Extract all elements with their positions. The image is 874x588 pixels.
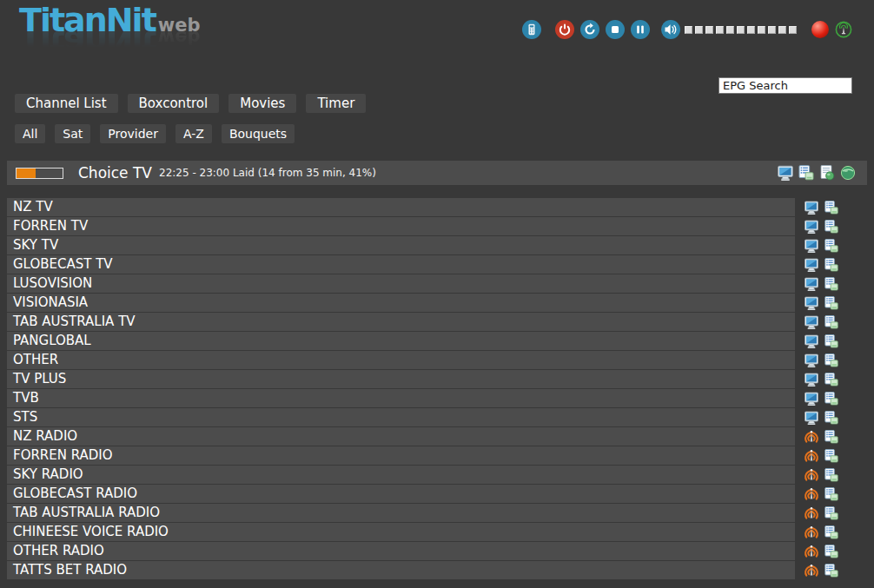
stop-icon[interactable]: [606, 20, 625, 39]
epg-search-input[interactable]: [718, 77, 852, 94]
tv-monitor-icon[interactable]: [777, 164, 794, 182]
channel-row-bar[interactable]: TV PLUS: [7, 370, 795, 388]
epg-list-icon[interactable]: [824, 200, 839, 215]
radio-broadcast-icon[interactable]: [804, 544, 819, 559]
filter-bouquets[interactable]: Bouquets: [222, 124, 295, 143]
volume-segment[interactable]: [747, 26, 755, 34]
tv-monitor-icon[interactable]: [804, 257, 819, 273]
epg-list-icon[interactable]: [824, 467, 839, 483]
channel-row-bar[interactable]: STS: [7, 408, 795, 426]
tv-monitor-icon[interactable]: [804, 276, 819, 292]
volume-segment[interactable]: [737, 26, 745, 34]
epg-list-icon[interactable]: [824, 314, 839, 330]
volume-segment[interactable]: [726, 26, 734, 34]
radio-broadcast-icon[interactable]: [804, 525, 819, 540]
radio-broadcast-icon[interactable]: [804, 429, 819, 445]
channel-row-bar[interactable]: TAB AUSTRALIA RADIO: [7, 504, 795, 522]
epg-list-icon[interactable]: [824, 448, 839, 464]
tv-monitor-icon[interactable]: [804, 314, 819, 330]
pause-icon[interactable]: [631, 20, 650, 39]
remote-control-icon[interactable]: [522, 20, 541, 39]
channel-row-actions: [804, 276, 839, 292]
tv-monitor-icon[interactable]: [804, 334, 819, 349]
channel-row-bar[interactable]: OTHER RADIO: [7, 542, 795, 560]
channel-row: TV PLUS: [7, 370, 867, 388]
channel-row-bar[interactable]: TVB: [7, 389, 795, 407]
epg-list-icon[interactable]: [824, 429, 839, 445]
globe-icon[interactable]: [839, 164, 857, 182]
radio-broadcast-icon[interactable]: [804, 467, 819, 483]
channel-row: SKY RADIO: [7, 466, 867, 484]
channel-row-bar[interactable]: FORREN TV: [7, 217, 795, 235]
filter-sat[interactable]: Sat: [55, 124, 90, 143]
epg-list-icon[interactable]: [824, 238, 839, 254]
volume-segment[interactable]: [758, 26, 765, 34]
epg-list-icon[interactable]: [824, 391, 839, 406]
reload-icon[interactable]: [580, 20, 599, 39]
epg-list-icon[interactable]: [824, 563, 839, 578]
epg-list-icon[interactable]: [824, 353, 839, 368]
filter-provider[interactable]: Provider: [100, 124, 166, 143]
filter-a-z[interactable]: A-Z: [175, 124, 212, 143]
channel-row-bar[interactable]: PANGLOBAL: [7, 332, 795, 350]
stream-icon[interactable]: [835, 21, 852, 38]
epg-list-icon[interactable]: [824, 505, 839, 521]
epg-list-icon[interactable]: [824, 372, 839, 387]
epg-list-icon[interactable]: [824, 525, 839, 540]
epg-list-icon[interactable]: [824, 544, 839, 559]
channel-row-bar[interactable]: OTHER: [7, 351, 795, 369]
epg-list-icon[interactable]: [824, 219, 839, 235]
volume-segment[interactable]: [716, 26, 724, 34]
radio-broadcast-icon[interactable]: [804, 563, 819, 578]
tv-monitor-icon[interactable]: [804, 353, 819, 368]
volume-segment[interactable]: [768, 26, 776, 34]
volume-segment[interactable]: [705, 26, 713, 34]
epg-list-icon[interactable]: [824, 410, 839, 426]
volume-segment[interactable]: [685, 26, 692, 34]
radio-broadcast-icon[interactable]: [804, 505, 819, 521]
volume-segment[interactable]: [778, 26, 786, 34]
tab-movies[interactable]: Movies: [228, 94, 296, 113]
tv-monitor-icon[interactable]: [804, 238, 819, 254]
channel-row-bar[interactable]: GLOBECAST TV: [7, 255, 795, 274]
channel-row-bar[interactable]: TATTS BET RADIO: [7, 561, 795, 579]
epg-list-icon[interactable]: [824, 334, 839, 349]
tv-monitor-icon[interactable]: [804, 391, 819, 406]
channel-row-bar[interactable]: SKY RADIO: [7, 466, 795, 484]
radio-broadcast-icon[interactable]: [804, 448, 819, 464]
channel-row-bar[interactable]: GLOBECAST RADIO: [7, 485, 795, 503]
tv-monitor-icon[interactable]: [804, 219, 819, 235]
tv-monitor-icon[interactable]: [804, 372, 819, 387]
tab-channel-list[interactable]: Channel List: [15, 94, 118, 113]
tab-boxcontrol[interactable]: Boxcontrol: [128, 94, 220, 113]
channel-row-bar[interactable]: NZ RADIO: [7, 427, 795, 446]
radio-broadcast-icon[interactable]: [804, 486, 819, 502]
web-epg-icon[interactable]: [818, 164, 836, 182]
channel-row-bar[interactable]: VISIONASIA: [7, 294, 795, 312]
tab-timer[interactable]: Timer: [306, 94, 366, 113]
channel-row-actions: [804, 505, 839, 521]
tv-monitor-icon[interactable]: [804, 410, 819, 426]
record-icon[interactable]: [811, 21, 829, 38]
tv-monitor-icon[interactable]: [804, 200, 819, 215]
channel-row-bar[interactable]: SKY TV: [7, 236, 795, 254]
tv-monitor-icon[interactable]: [804, 295, 819, 311]
channel-row-bar[interactable]: TAB AUSTRALIA TV: [7, 313, 795, 331]
power-icon[interactable]: [555, 20, 574, 39]
channel-row-bar[interactable]: LUSOVISION: [7, 274, 795, 293]
volume-level-bar[interactable]: [685, 26, 797, 34]
channel-row-bar[interactable]: CHINEESE VOICE RADIO: [7, 523, 795, 541]
epg-list-icon[interactable]: [824, 486, 839, 502]
channel-row-bar[interactable]: NZ TV: [7, 198, 795, 216]
channel-row-actions: [804, 353, 839, 368]
channel-row-bar[interactable]: FORREN RADIO: [7, 446, 795, 465]
volume-segment[interactable]: [789, 26, 797, 34]
volume-icon[interactable]: [661, 20, 680, 39]
epg-list-icon[interactable]: [824, 257, 839, 273]
epg-list-icon[interactable]: [824, 295, 839, 311]
volume-segment[interactable]: [695, 26, 703, 34]
channel-name: NZ TV: [13, 199, 53, 215]
epg-list-icon[interactable]: [824, 276, 839, 292]
epg-list-icon[interactable]: [798, 164, 815, 182]
filter-all[interactable]: All: [15, 124, 45, 143]
